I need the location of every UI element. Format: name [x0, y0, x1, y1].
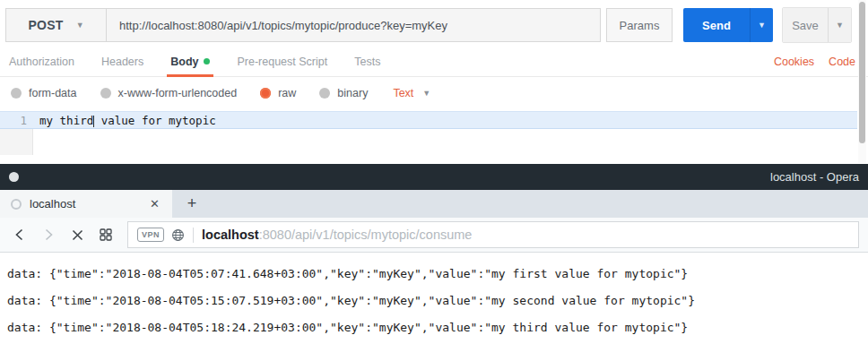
chevron-down-icon: ▼ — [836, 21, 844, 30]
method-label: POST — [28, 18, 63, 32]
url-host: localhost — [202, 228, 259, 242]
browser-tab-title: localhost — [30, 197, 75, 211]
tabs-right-links: Cookies Code — [774, 56, 855, 68]
back-button[interactable] — [7, 222, 32, 247]
opera-toolbar: VPN localhost:8080/api/v1/topics/mytopic… — [0, 218, 868, 253]
method-url-control: POST ▼ http://localhost:8080/api/v1/topi… — [5, 8, 601, 42]
text-before-cursor: my third — [39, 114, 93, 127]
tab-authorization[interactable]: Authorization — [9, 47, 74, 77]
cookies-link[interactable]: Cookies — [774, 56, 814, 68]
send-button[interactable]: Send — [683, 8, 750, 42]
forward-button[interactable] — [36, 222, 61, 247]
radio-selected-icon — [260, 88, 271, 99]
editor-active-line[interactable]: 1 my third value for mytopic — [0, 111, 857, 129]
scrollbar-thumb[interactable] — [859, 2, 865, 143]
favicon-loading-icon — [11, 199, 22, 210]
line-number: 1 — [0, 114, 27, 127]
text-after-cursor: value for mytopic — [94, 114, 215, 127]
radio-icon — [11, 88, 22, 99]
vpn-badge[interactable]: VPN — [137, 228, 164, 242]
radio-icon — [319, 88, 330, 99]
mode-x-www-form-urlencoded[interactable]: x-www-form-urlencoded — [100, 87, 238, 99]
editor-text: my third value for mytopic — [39, 114, 216, 127]
save-button-group: Save ▼ — [782, 7, 852, 43]
tab-label: Authorization — [9, 56, 74, 68]
request-url-value: http://localhost:8080/api/v1/topics/myto… — [119, 19, 447, 32]
sse-event-line: data: {"time":"2018-08-04T05:07:41.648+0… — [7, 261, 868, 288]
postman-pane: POST ▼ http://localhost:8080/api/v1/topi… — [0, 0, 868, 164]
body-editor[interactable]: 1 my third value for mytopic — [0, 111, 868, 155]
browser-tab-localhost[interactable]: localhost ✕ — [0, 190, 172, 218]
screen: POST ▼ http://localhost:8080/api/v1/topi… — [0, 0, 868, 361]
tab-label: Tests — [354, 56, 380, 68]
tab-body[interactable]: Body — [170, 47, 210, 77]
mode-form-data[interactable]: form-data — [11, 87, 77, 99]
body-mode-selector: form-data x-www-form-urlencoded raw bina… — [0, 77, 868, 109]
url-path: :8080/api/v1/topics/mytopic/consume — [259, 228, 473, 242]
raw-type-label: Text — [393, 87, 413, 99]
stop-reload-button[interactable] — [65, 222, 90, 247]
save-button[interactable]: Save — [783, 8, 828, 42]
save-options-button[interactable]: ▼ — [828, 8, 851, 42]
address-url: localhost:8080/api/v1/topics/mytopic/con… — [202, 228, 472, 242]
code-link[interactable]: Code — [829, 56, 855, 68]
raw-type-dropdown[interactable]: Text ▼ — [393, 87, 430, 99]
mode-binary[interactable]: binary — [319, 87, 368, 99]
page-content: data: {"time":"2018-08-04T05:07:41.648+0… — [0, 253, 868, 361]
tab-tests[interactable]: Tests — [354, 47, 380, 77]
mode-label: binary — [337, 87, 368, 99]
tab-label: Body — [170, 56, 198, 68]
address-separator — [193, 228, 194, 243]
opera-titlebar[interactable]: localhost - Opera — [0, 164, 868, 190]
send-button-group: Send ▼ — [683, 8, 773, 42]
chevron-down-icon: ▼ — [422, 89, 430, 98]
globe-icon[interactable] — [171, 228, 185, 242]
mode-label: raw — [278, 87, 296, 99]
chevron-down-icon: ▼ — [758, 21, 766, 30]
tab-label: Headers — [101, 56, 143, 68]
radio-icon — [100, 88, 111, 99]
chevron-down-icon: ▼ — [76, 21, 84, 30]
request-row: POST ▼ http://localhost:8080/api/v1/topi… — [0, 0, 868, 43]
opera-tabstrip: localhost ✕ + — [0, 190, 868, 218]
mode-label: form-data — [29, 87, 77, 99]
mode-label: x-www-form-urlencoded — [118, 87, 238, 99]
tab-headers[interactable]: Headers — [101, 47, 143, 77]
speed-dial-grid-icon[interactable] — [93, 222, 118, 247]
send-options-button[interactable]: ▼ — [750, 8, 773, 42]
tab-pre-request-script[interactable]: Pre-request Script — [237, 47, 327, 77]
sse-event-line: data: {"time":"2018-08-04T05:15:07.519+0… — [7, 288, 868, 314]
window-dot-icon — [9, 172, 19, 182]
method-dropdown[interactable]: POST ▼ — [6, 9, 107, 41]
address-bar[interactable]: VPN localhost:8080/api/v1/topics/mytopic… — [127, 221, 859, 248]
mode-raw[interactable]: raw — [260, 87, 296, 99]
params-button[interactable]: Params — [606, 8, 673, 42]
close-tab-icon[interactable]: ✕ — [146, 195, 163, 212]
body-content-indicator-dot — [204, 58, 210, 64]
new-tab-button[interactable]: + — [172, 190, 212, 218]
request-tabs: Authorization Headers Body Pre-request S… — [0, 47, 868, 77]
tab-label: Pre-request Script — [237, 56, 327, 68]
scrollbar-track[interactable] — [858, 0, 866, 163]
sse-event-line: data: {"time":"2018-08-04T05:18:24.219+0… — [7, 314, 868, 341]
request-url-input[interactable]: http://localhost:8080/api/v1/topics/myto… — [107, 9, 600, 41]
window-title: localhost - Opera — [770, 170, 859, 184]
